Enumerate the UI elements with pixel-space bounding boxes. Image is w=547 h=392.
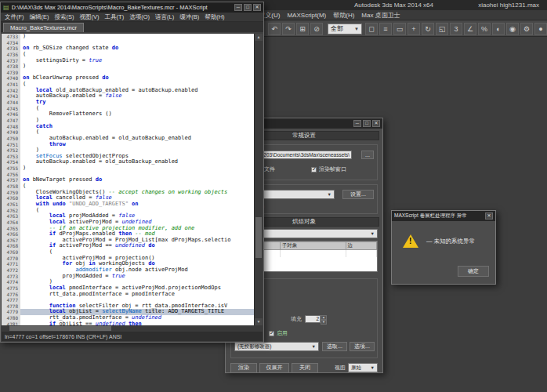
max-menu-item[interactable]: Max 桌面卫士 [361, 11, 400, 20]
line-number: 4754 [2, 159, 20, 165]
table-cell[interactable] [346, 250, 376, 257]
line-number: 4739 [2, 70, 20, 76]
line-number: 4748 [2, 124, 20, 130]
table-header[interactable]: 子对象 [280, 242, 346, 250]
selection-filter-value: 全部 [331, 24, 343, 33]
select-object-icon[interactable]: ◻ [365, 23, 378, 35]
rtt-window-buttons: ─□✕ [353, 120, 380, 127]
select-region-icon[interactable]: ▭ [393, 23, 406, 35]
editor-menu-item[interactable]: 视图(V) [80, 13, 100, 21]
table-cell[interactable] [280, 250, 346, 257]
undo-icon[interactable]: ↶ [268, 23, 281, 35]
mirror-icon[interactable]: ◐ [492, 23, 505, 35]
redo-icon[interactable]: ↷ [282, 23, 295, 35]
editor-menu-item[interactable]: 缓冲(B) [179, 13, 199, 21]
angle-snap-icon[interactable]: ∠ [464, 23, 476, 35]
browse-button[interactable]: ... [361, 151, 374, 159]
maxscript-error-dialog: MAXScript 卷展栏处理程序 异常 ✕ — 未知的系统异常 确定 [391, 210, 496, 285]
selection-filter-combo[interactable]: 全部▼ [328, 24, 362, 34]
line-number: 4767 [2, 238, 20, 244]
select-link-icon[interactable]: ⊞ [296, 23, 309, 35]
code-line[interactable]: 4757on bNewTarget pressed do [2, 177, 254, 183]
window-button[interactable]: □ [244, 4, 252, 11]
enable-row[interactable]: 启用 [269, 329, 288, 337]
editor-vertical-scrollbar[interactable]: ▲ ▼ [254, 34, 263, 325]
select-by-name-icon[interactable]: ≡ [379, 23, 392, 35]
code-line[interactable]: 4761 with undo "UNDO_ADD_TARGETS" on [2, 201, 254, 208]
padding-spinner[interactable]: 2 ▲▼ [305, 315, 327, 323]
snap-toggle-icon[interactable]: 3 [450, 23, 462, 35]
editor-menu-item[interactable]: 帮助(H) [205, 13, 224, 21]
pick-button[interactable]: 选取... [322, 342, 347, 351]
editor-horizontal-scrollbar[interactable] [2, 325, 263, 332]
code-line[interactable]: 4735on rb_SOSize changed state do [2, 45, 254, 52]
code-text: ) [20, 165, 254, 172]
code-line[interactable]: 4776 rtt_data.pmodInterface = pmodInterf… [2, 292, 254, 298]
render-button[interactable]: 渲染 [230, 363, 257, 373]
max-menu-item[interactable]: 帮助(H) [333, 11, 354, 20]
code-line[interactable]: 4744 try [2, 100, 254, 106]
editor-menu-item[interactable]: 搜索(S) [55, 13, 74, 21]
line-number: 4762 [2, 208, 20, 214]
code-line[interactable]: 4748 catch [2, 124, 254, 130]
spinner-down-icon[interactable]: ▼ [321, 320, 327, 325]
line-number: 4740 [2, 75, 20, 82]
max-menu-item[interactable]: MAXScript(M) [287, 12, 326, 19]
code-line[interactable]: 4746 RemoveFlatteners () [2, 111, 254, 118]
editor-title: D:\MAX\3ds Max 2014\MacroScripts\Macro_B… [12, 4, 232, 11]
window-button[interactable]: ─ [353, 120, 361, 127]
setup-button[interactable]: 设置... [342, 190, 374, 199]
unwrap-only-button[interactable]: 仅展开 [259, 363, 289, 373]
line-number: 4738 [2, 64, 20, 70]
hscrollbar-thumb[interactable] [9, 326, 111, 331]
error-body: — 未知的系统异常 [403, 234, 475, 248]
editor-title-bar[interactable]: ▤ D:\MAX\3ds Max 2014\MacroScripts\Macro… [1, 2, 263, 13]
render-icon[interactable]: ● [534, 23, 547, 35]
code-line[interactable]: 4740on bClearUnwrap pressed do [2, 75, 254, 82]
unlink-icon[interactable]: ⊘ [310, 23, 323, 35]
frame-window-checkbox-row[interactable]: 渲染帧窗口 [311, 165, 346, 173]
scroll-up-icon[interactable]: ▲ [255, 34, 263, 41]
scrollbar-thumb[interactable] [255, 217, 262, 258]
code-area[interactable]: 4733)47344735on rb_SOSize changed state … [2, 34, 254, 325]
window-close-button[interactable]: ✕ [253, 4, 261, 11]
error-title-bar[interactable]: MAXScript 卷展栏处理程序 异常 ✕ [392, 211, 495, 221]
editor-menu-item[interactable]: 编辑(E) [30, 13, 49, 21]
line-number: 4757 [2, 177, 20, 183]
code-line[interactable]: 4751 throw [2, 142, 254, 148]
enable-checkbox[interactable] [269, 331, 274, 336]
code-text: throw [20, 142, 254, 148]
editor-menu-item[interactable]: 选项(O) [129, 13, 150, 21]
code-line[interactable]: 4733) [2, 34, 254, 40]
code-line[interactable]: 4738) [2, 64, 254, 70]
select-move-icon[interactable]: + [408, 23, 420, 35]
error-close-icon[interactable]: ✕ [485, 212, 493, 220]
line-number: 4776 [2, 292, 20, 298]
line-number: 4746 [2, 111, 20, 118]
editor-tab-bar: Macro_BakeTextures.mcr [1, 22, 263, 32]
view-combo[interactable]: 原始▼ [348, 363, 378, 372]
table-header[interactable]: 边 [346, 242, 376, 250]
code-line[interactable]: 4737 settingsDirty = true [2, 58, 254, 64]
options-button[interactable]: 选项... [350, 342, 375, 351]
editor-menu-item[interactable]: 文件(F) [5, 13, 24, 21]
select-scale-icon[interactable]: ◱ [436, 23, 448, 35]
tab-macro-baketextures[interactable]: Macro_BakeTextures.mcr [3, 23, 84, 32]
select-rotate-icon[interactable]: ↻ [422, 23, 434, 35]
material-editor-icon[interactable]: ◉ [506, 23, 519, 35]
editor-menu-item[interactable]: 语言(L) [155, 13, 174, 21]
percent-snap-icon[interactable]: % [478, 23, 491, 35]
code-line[interactable]: 4755) [2, 165, 254, 172]
render-setup-icon[interactable]: ⚙ [520, 23, 533, 35]
close-button[interactable]: 关闭 [292, 363, 318, 373]
scroll-down-icon[interactable]: ▼ [255, 318, 263, 325]
window-button[interactable]: ─ [234, 4, 242, 11]
editor-menu-item[interactable]: 工具(T) [105, 13, 125, 21]
window-button[interactable]: □ [363, 120, 371, 127]
frame-window-checkbox[interactable] [311, 167, 317, 172]
error-ok-button[interactable]: 确定 [458, 266, 489, 277]
window-close-button[interactable]: ✕ [372, 120, 380, 127]
padding-value[interactable]: 2 [305, 315, 321, 323]
projection-modifier-combo[interactable]: (无投影修改器)▼ [234, 342, 319, 351]
code-line[interactable]: 4754 autoBackup.enabled = old_autoBackup… [2, 159, 254, 165]
